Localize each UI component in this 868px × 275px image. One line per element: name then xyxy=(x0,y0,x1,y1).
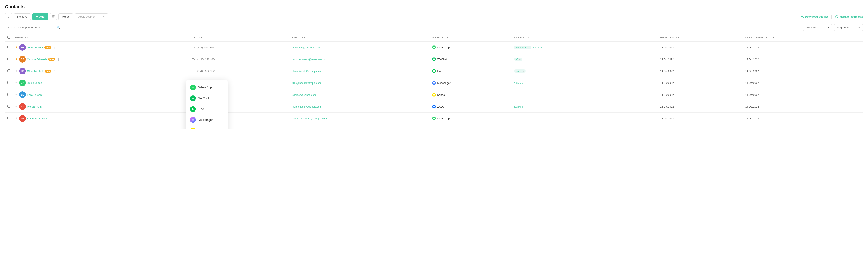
source-dropdown-item[interactable]: W WeChat xyxy=(186,93,227,104)
row-checkbox[interactable] xyxy=(7,58,10,60)
phone-cell: Tel: +1 304 392 4884 xyxy=(190,54,289,65)
star-icon[interactable]: ★ xyxy=(15,46,18,49)
row-checkbox[interactable] xyxy=(7,69,10,72)
row-checkbox[interactable] xyxy=(7,93,10,96)
source-dropdown-item[interactable]: W WhatsApp xyxy=(186,82,227,93)
search-input[interactable] xyxy=(8,26,55,29)
search-input-wrap[interactable]: 🔍 xyxy=(5,24,63,31)
avatar: CM xyxy=(19,68,26,74)
add-button[interactable]: + Add xyxy=(32,13,48,20)
select-all-checkbox[interactable] xyxy=(7,36,10,39)
remove-tag-icon[interactable]: ✕ xyxy=(528,46,530,48)
remove-tag-icon[interactable]: ✕ xyxy=(522,70,524,72)
star-icon[interactable]: ★ xyxy=(15,105,18,108)
source-cell: Line xyxy=(430,65,512,77)
source-dropdown-item[interactable]: L Line xyxy=(186,104,227,114)
th-added-on: ADDED ON ▲▼ xyxy=(657,34,743,41)
source-badge: WhatsApp xyxy=(432,116,509,120)
star-icon[interactable]: ★ xyxy=(15,58,18,61)
source-cell: ZALO xyxy=(430,101,512,112)
avatar: GW xyxy=(19,44,26,51)
email-text: gloriaewitt@example.com xyxy=(292,46,320,49)
labels-cell: x5 ✕ xyxy=(512,54,657,65)
contact-name[interactable]: Clark Mitchell xyxy=(27,70,43,73)
source-dropdown-icon: K xyxy=(190,128,196,129)
svg-point-8 xyxy=(433,94,435,96)
toolbar: Remove + Add Merge Apply segment xyxy=(5,13,863,20)
more-options-icon[interactable]: ⋮ xyxy=(56,57,61,62)
chevron-down-icon: ▾ xyxy=(103,15,104,18)
star-icon[interactable]: ★ xyxy=(15,69,18,73)
more-labels-link[interactable]: & 2 more xyxy=(514,105,523,108)
source-icon xyxy=(432,93,436,97)
row-checkbox[interactable] xyxy=(7,81,10,84)
download-button[interactable]: Download this list xyxy=(800,15,828,18)
last-contacted-cell: 14 Oct 2022 xyxy=(743,54,863,65)
more-options-icon[interactable]: ⋮ xyxy=(43,93,48,97)
email-text: leilarson@yahoo.com xyxy=(292,94,316,96)
avatar: CE xyxy=(19,56,26,63)
added-on-date: 14 Oct 2022 xyxy=(660,46,674,49)
contact-name[interactable]: Julius Jones xyxy=(27,81,42,84)
email-cell: leilarson@yahoo.com xyxy=(289,89,430,101)
row-checkbox-cell xyxy=(5,65,13,77)
row-checkbox-cell xyxy=(5,77,13,89)
apply-segment-button[interactable]: Apply segment ▾ xyxy=(75,13,108,20)
added-on-date: 14 Oct 2022 xyxy=(660,117,674,120)
more-options-icon[interactable]: ⋮ xyxy=(49,116,53,121)
more-options-icon[interactable]: ⋮ xyxy=(43,104,47,109)
star-icon[interactable]: ★ xyxy=(15,81,18,84)
divider xyxy=(831,14,832,19)
source-dropdown-item[interactable]: M Messenger xyxy=(186,114,227,125)
source-name: WeChat xyxy=(437,58,447,61)
table-row: ★ GW Gloria E. Witt New ⋮ Tel: (714) 495… xyxy=(5,41,863,54)
contact-name[interactable]: Gloria E. Witt xyxy=(27,46,43,49)
source-dropdown-item[interactable]: K Kakao xyxy=(186,125,227,129)
contact-name[interactable]: Carson Edwards xyxy=(27,58,47,61)
more-options-icon[interactable]: ⋮ xyxy=(52,45,57,50)
sources-dropdown[interactable]: Sources ▾ xyxy=(803,24,832,31)
name-cell: ★ VB Valentina Barnes ⋮ xyxy=(13,112,190,125)
th-email: EMAIL ▲▼ xyxy=(289,34,430,41)
remove-button[interactable]: Remove xyxy=(14,13,31,20)
more-labels-link[interactable]: & 3 more xyxy=(514,82,523,84)
source-cell: Kakao xyxy=(430,89,512,101)
last-contacted-cell: 14 Oct 2022 xyxy=(743,101,863,112)
manage-segments-button[interactable]: Manage segments xyxy=(835,15,863,18)
more-options-icon[interactable]: ⋮ xyxy=(53,69,57,73)
email-text: carsonedwards@example.com xyxy=(292,58,326,61)
source-name: WhatsApp xyxy=(437,46,450,49)
segments-dropdown[interactable]: Segments ▾ xyxy=(834,24,863,31)
contact-name[interactable]: Valentina Barnes xyxy=(27,117,48,120)
more-labels-link[interactable]: & 2 more xyxy=(533,46,542,48)
remove-icon-button[interactable] xyxy=(5,13,12,20)
label-tag: anger ✕ xyxy=(514,69,526,73)
source-icon xyxy=(432,45,436,49)
source-name: ZALO xyxy=(437,105,444,108)
toolbar-left: Remove + Add Merge Apply segment xyxy=(5,13,108,20)
row-checkbox[interactable] xyxy=(7,46,10,48)
contact-name[interactable]: Leila Larson xyxy=(27,93,42,96)
row-checkbox[interactable] xyxy=(7,117,10,119)
source-badge: WeChat xyxy=(432,57,509,61)
download-icon xyxy=(800,15,804,18)
toolbar-right: Download this list Manage segments xyxy=(800,14,863,19)
star-icon[interactable]: ★ xyxy=(15,117,18,120)
avatar: JJ xyxy=(19,79,26,86)
more-options-icon[interactable]: ⋮ xyxy=(43,80,48,85)
table-row: ★ VB Valentina Barnes ⋮ Tel: +471 634 55… xyxy=(5,112,863,125)
merge-icon-button[interactable] xyxy=(50,13,57,20)
row-checkbox[interactable] xyxy=(7,105,10,108)
row-checkbox-cell xyxy=(5,112,13,125)
row-checkbox-cell xyxy=(5,101,13,112)
source-badge: Kakao xyxy=(432,93,509,97)
merge-button[interactable]: Merge xyxy=(58,13,73,20)
svg-point-7 xyxy=(433,82,435,84)
svg-rect-2 xyxy=(53,17,54,18)
remove-tag-icon[interactable]: ✕ xyxy=(519,58,521,61)
added-on-cell: 14 Oct 2022 xyxy=(657,112,743,125)
last-contacted-date: 14 Oct 2022 xyxy=(745,58,759,61)
contact-name[interactable]: Morgan Kim xyxy=(27,105,41,108)
added-on-cell: 14 Oct 2022 xyxy=(657,41,743,54)
star-icon[interactable]: ★ xyxy=(15,93,18,96)
